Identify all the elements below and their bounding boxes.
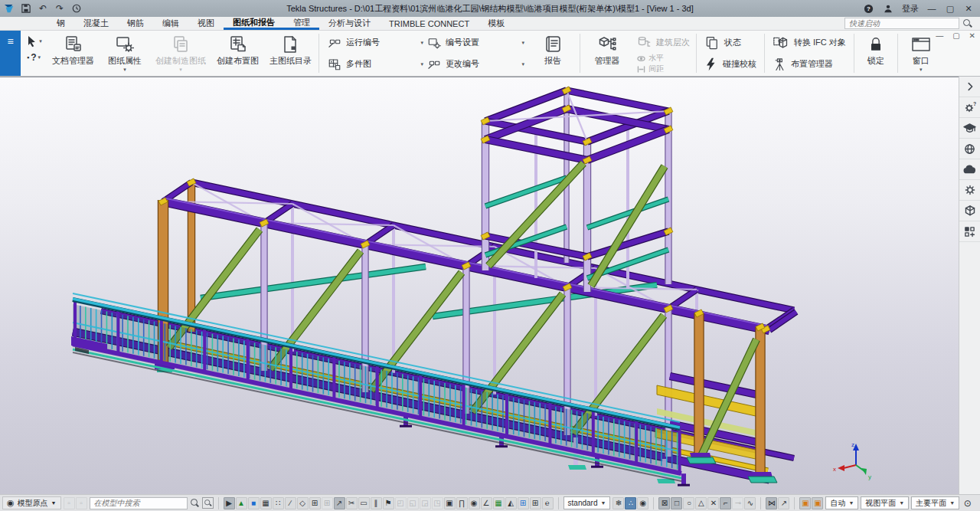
tab-steel[interactable]: 钢 (47, 17, 74, 30)
lock-button[interactable]: 锁定 (856, 31, 896, 76)
ribbon-restore-icon[interactable]: ▢ (952, 31, 959, 40)
change-numbering-button[interactable]: 更改编号 ▾ (423, 54, 524, 75)
tekla-online-icon[interactable] (959, 139, 980, 159)
snap-free-icon[interactable]: ℮ (542, 497, 554, 509)
cloud-icon[interactable] (959, 159, 980, 180)
select-object-icon[interactable]: ◉ (469, 497, 480, 509)
tab-view[interactable]: 视图 (188, 17, 224, 30)
snap-extension-icon[interactable]: ⊸ (732, 497, 743, 509)
select-grid-blue-icon[interactable]: ⊞ (518, 497, 529, 509)
inquire-tool-button[interactable]: ▪ ? ▾ (27, 52, 41, 63)
select-surface-icon[interactable]: ▦ (493, 497, 505, 509)
select-gridline-icon[interactable]: ∥ (371, 497, 382, 509)
create-shop-drawings-button[interactable]: 创建制造图纸 ▾ (150, 31, 211, 76)
snap-settings-icon[interactable]: ❄ (612, 497, 624, 509)
select-filter-green-icon[interactable]: ▲ (236, 497, 247, 509)
model-cube-icon[interactable] (959, 201, 980, 221)
select-phase-icon[interactable]: ◱ (407, 497, 419, 509)
workplane-button-1[interactable]: ▫ (64, 497, 75, 509)
main-plane-dropdown[interactable]: 主要平面 ▼ (911, 496, 959, 509)
select-points-icon[interactable]: ∷ (273, 497, 284, 509)
manager-button[interactable]: 管理器 (582, 31, 632, 76)
select-weld-icon[interactable]: ◲ (420, 497, 431, 509)
select-bolt-icon[interactable]: ◳ (432, 497, 443, 509)
snap-reference-icon[interactable]: ↗ (334, 497, 345, 509)
document-manager-button[interactable]: 文档管理器 (47, 31, 100, 76)
select-components-icon[interactable]: ⊞ (530, 497, 541, 509)
login-button[interactable]: 登录 (902, 3, 919, 15)
history-clock-icon[interactable] (70, 2, 83, 15)
restore-icon[interactable]: ▢ (945, 4, 956, 14)
menu-hamburger-icon[interactable]: ≡ (0, 31, 21, 76)
multi-drawing-button[interactable]: 多件图 ▾ (324, 54, 423, 75)
model-search-input[interactable] (90, 497, 188, 509)
3d-model[interactable]: zxy (0, 77, 958, 494)
layout-manager-button[interactable]: 布置管理器 (773, 54, 846, 74)
snap-ortho-icon[interactable]: ↗ (778, 497, 789, 509)
select-assembly-icon[interactable]: ◰ (395, 497, 407, 509)
standard-filter-dropdown[interactable]: standard ▼ (564, 496, 611, 509)
select-distance-icon[interactable]: ∠ (481, 497, 492, 509)
snap-endpoint-icon[interactable]: □ (671, 497, 682, 509)
user-icon[interactable] (882, 2, 894, 15)
snap-points-icon[interactable]: ⊠ (658, 497, 670, 509)
model-origin-dropdown[interactable]: ◉ 模型原点 ▼ (2, 496, 61, 509)
select-fence-icon[interactable]: ▦ (260, 497, 272, 509)
select-grid-plane-icon[interactable]: ⊞ (322, 497, 333, 509)
select-view-icon[interactable]: ▭ (358, 497, 370, 509)
status-button[interactable]: 状态 (704, 33, 756, 52)
report-button[interactable]: 报告 (528, 31, 578, 76)
help-settings-icon[interactable]: ? (959, 97, 980, 118)
applications-icon[interactable] (959, 221, 980, 242)
spacing-button[interactable]: 间距 (637, 64, 690, 74)
xsnap-plane-icon[interactable]: ▣ (812, 497, 823, 509)
ribbon-minimize-icon[interactable]: — (936, 31, 943, 40)
tab-rebar[interactable]: 钢筋 (118, 17, 153, 30)
tab-edit[interactable]: 编辑 (153, 17, 188, 30)
snap-midpoint-icon[interactable]: △ (695, 497, 707, 509)
model-viewport[interactable]: zxy (0, 77, 959, 494)
select-solid-icon[interactable]: ◇ (297, 497, 309, 509)
horizontal-button[interactable]: 水平 (637, 54, 690, 64)
hidden-objects-eye-icon[interactable]: ⊙ (962, 497, 973, 509)
quick-launch-input[interactable] (844, 18, 959, 29)
select-component-icon[interactable]: ∏ (456, 497, 468, 509)
workplane-button-2[interactable]: ▫ (76, 497, 87, 509)
tab-trimble-connect[interactable]: TRIMBLE CONNECT (380, 17, 479, 30)
select-grid-icon[interactable]: ⊞ (309, 497, 321, 509)
building-hierarchy-button[interactable]: 建筑层次 (637, 33, 690, 53)
tab-analysis-design[interactable]: 分析与设计 (319, 17, 380, 30)
redo-icon[interactable]: ↷ (54, 2, 66, 15)
view-plane-dropdown[interactable]: 视图平面 ▼ (861, 496, 909, 509)
search-window-icon[interactable] (202, 497, 214, 509)
tab-concrete[interactable]: 混凝土 (74, 17, 118, 30)
tab-manage[interactable]: 管理 (284, 17, 319, 30)
auto-dropdown[interactable]: 自动 ▼ (825, 496, 858, 509)
select-joint-icon[interactable]: ⚑ (383, 497, 394, 509)
select-tool-button[interactable]: ▾ (25, 34, 42, 47)
select-cursor-icon[interactable]: ▶ (224, 497, 235, 509)
xsnap-depth-icon[interactable]: ▣ (799, 497, 811, 509)
select-plane-icon[interactable]: ▣ (444, 497, 456, 509)
snap-intersection-icon[interactable]: ✕ (707, 497, 719, 509)
snap-perpendicular-icon[interactable]: ⌐ (720, 497, 731, 509)
help-icon[interactable]: ? (862, 2, 874, 15)
minimize-icon[interactable]: — (926, 4, 937, 13)
snap-center-icon[interactable]: ○ (683, 497, 694, 509)
clash-check-button[interactable]: 碰撞校核 (704, 54, 756, 74)
snap-any-position-icon[interactable]: ⋈ (766, 497, 777, 509)
run-numbering-button[interactable]: 运行编号 ▾ (324, 32, 423, 54)
tab-drawings-reports[interactable]: 图纸和报告 (224, 17, 284, 30)
model-search-icon[interactable] (190, 498, 200, 508)
settings-gear-icon[interactable] (959, 180, 980, 201)
undo-icon[interactable]: ↶ (37, 2, 49, 15)
learning-icon[interactable] (959, 118, 980, 139)
quick-launch-search-icon[interactable] (962, 18, 972, 28)
snap-nearest-icon[interactable]: ∿ (744, 497, 756, 509)
select-area-blue-icon[interactable]: ■ (248, 497, 260, 509)
create-ga-drawing-button[interactable]: 创建布置图 (211, 31, 264, 76)
convert-ifc-button[interactable]: 转换 IFC 对象 (773, 33, 846, 52)
select-point-icon[interactable]: ◭ (505, 497, 517, 509)
panel-collapse-icon[interactable] (959, 77, 980, 97)
save-icon[interactable] (20, 2, 32, 15)
